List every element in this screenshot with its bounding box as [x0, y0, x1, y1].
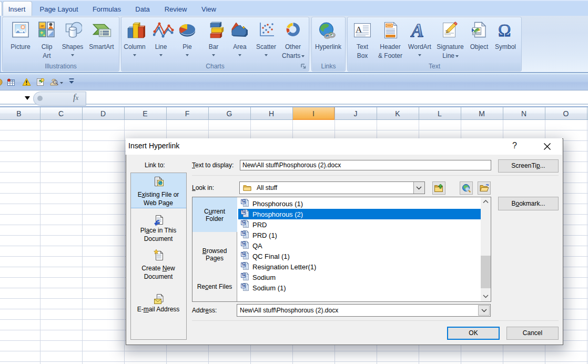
svg-text:Ω: Ω [498, 21, 511, 38]
svg-text:A: A [410, 21, 424, 39]
svg-text:A: A [356, 25, 362, 35]
